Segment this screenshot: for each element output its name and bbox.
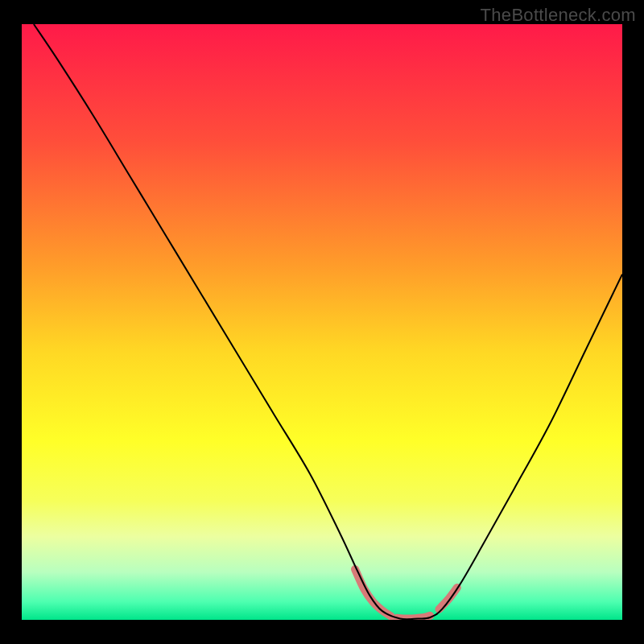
- chart-frame: TheBottleneck.com: [0, 0, 644, 644]
- gradient-background: [22, 24, 622, 620]
- bottleneck-chart: [0, 0, 644, 644]
- watermark-label: TheBottleneck.com: [481, 5, 636, 26]
